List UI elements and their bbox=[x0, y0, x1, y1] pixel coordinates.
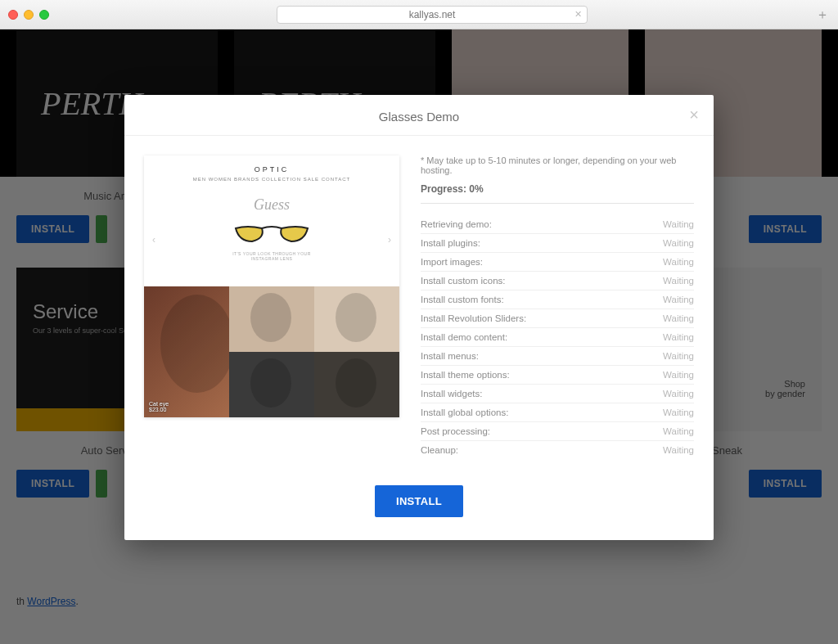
step-status: Waiting bbox=[663, 238, 694, 248]
step-label: Install plugins: bbox=[421, 238, 480, 248]
step-status: Waiting bbox=[663, 295, 694, 304]
preview-tile bbox=[314, 286, 399, 352]
step-label: Post processing: bbox=[421, 426, 490, 436]
step-label: Install Revolution Sliders: bbox=[421, 313, 526, 323]
step-status: Waiting bbox=[663, 351, 694, 361]
step-status: Waiting bbox=[663, 408, 694, 417]
step-status: Waiting bbox=[663, 313, 694, 323]
install-step-row: Install theme options:Waiting bbox=[421, 366, 694, 385]
install-step-row: Cleanup:Waiting bbox=[421, 441, 694, 459]
demo-preview: OPTIC MEN WOMEN BRANDS COLLECTION SALE C… bbox=[144, 155, 399, 417]
step-label: Install demo content: bbox=[421, 332, 507, 342]
step-label: Cleanup: bbox=[421, 445, 458, 455]
preview-tile: Cat eye$23.00 bbox=[144, 286, 229, 417]
install-step-row: Post processing:Waiting bbox=[421, 422, 694, 441]
install-step-row: Install demo content:Waiting bbox=[421, 328, 694, 347]
install-button[interactable]: INSTALL bbox=[375, 485, 463, 517]
install-step-row: Install global options:Waiting bbox=[421, 403, 694, 422]
step-status: Waiting bbox=[663, 389, 694, 399]
install-step-row: Install menus:Waiting bbox=[421, 347, 694, 366]
preview-nav: MEN WOMEN BRANDS COLLECTION SALE CONTACT bbox=[193, 177, 351, 182]
modal-header: Glasses Demo × bbox=[124, 95, 714, 136]
install-note: * May take up to 5-10 minutes or longer,… bbox=[421, 155, 694, 175]
install-demo-modal: Glasses Demo × OPTIC MEN WOMEN BRANDS CO… bbox=[124, 95, 714, 540]
step-label: Install widgets: bbox=[421, 389, 482, 399]
step-status: Waiting bbox=[663, 426, 694, 436]
step-label: Import images: bbox=[421, 257, 483, 267]
install-step-row: Import images:Waiting bbox=[421, 253, 694, 272]
close-icon[interactable]: × bbox=[686, 106, 702, 123]
window-controls bbox=[8, 10, 49, 20]
step-label: Install custom fonts: bbox=[421, 295, 504, 304]
next-arrow-icon: › bbox=[388, 234, 391, 245]
modal-body: OPTIC MEN WOMEN BRANDS COLLECTION SALE C… bbox=[124, 136, 714, 467]
install-steps-list: Retrieving demo:WaitingInstall plugins:W… bbox=[421, 215, 694, 459]
zoom-window-icon[interactable] bbox=[39, 10, 49, 20]
prev-arrow-icon: ‹ bbox=[152, 234, 155, 245]
step-status: Waiting bbox=[663, 445, 694, 455]
browser-toolbar: kallyas.net ✕ ＋ bbox=[0, 0, 838, 29]
glasses-icon bbox=[232, 220, 311, 246]
preview-logo: OPTIC bbox=[255, 165, 290, 173]
new-tab-icon[interactable]: ＋ bbox=[815, 7, 830, 22]
preview-hero: OPTIC MEN WOMEN BRANDS COLLECTION SALE C… bbox=[144, 155, 399, 286]
page-content: PERTH PERTH Music Artist INSTALL INSTALL… bbox=[0, 29, 838, 644]
preview-headline: Guess bbox=[254, 196, 290, 214]
install-step-row: Install plugins:Waiting bbox=[421, 234, 694, 253]
step-status: Waiting bbox=[663, 219, 694, 229]
address-bar[interactable]: kallyas.net ✕ bbox=[277, 6, 588, 24]
preview-tile bbox=[229, 352, 314, 417]
install-step-row: Install Revolution Sliders:Waiting bbox=[421, 309, 694, 328]
install-step-row: Install widgets:Waiting bbox=[421, 385, 694, 403]
step-label: Install theme options: bbox=[421, 370, 510, 380]
address-text: kallyas.net bbox=[409, 9, 456, 20]
modal-footer: INSTALL bbox=[124, 467, 714, 540]
preview-tile bbox=[314, 352, 399, 417]
progress-label: Progress: 0% bbox=[421, 183, 694, 204]
step-status: Waiting bbox=[663, 276, 694, 286]
stop-reload-icon[interactable]: ✕ bbox=[574, 9, 582, 20]
progress-panel: * May take up to 5-10 minutes or longer,… bbox=[421, 155, 694, 459]
install-step-row: Install custom fonts:Waiting bbox=[421, 290, 694, 309]
preview-grid: Cat eye$23.00 bbox=[144, 286, 399, 417]
minimize-window-icon[interactable] bbox=[24, 10, 34, 20]
install-step-row: Retrieving demo:Waiting bbox=[421, 215, 694, 234]
step-status: Waiting bbox=[663, 332, 694, 342]
modal-overlay: Glasses Demo × OPTIC MEN WOMEN BRANDS CO… bbox=[0, 29, 838, 644]
step-status: Waiting bbox=[663, 370, 694, 380]
preview-tagline: IT'S YOUR LOOK THROUGH YOUR INSTAGRAM LE… bbox=[232, 251, 311, 261]
install-step-row: Install custom icons:Waiting bbox=[421, 272, 694, 290]
step-label: Install global options: bbox=[421, 408, 508, 417]
close-window-icon[interactable] bbox=[8, 10, 18, 20]
step-label: Install custom icons: bbox=[421, 276, 506, 286]
step-status: Waiting bbox=[663, 257, 694, 267]
step-label: Retrieving demo: bbox=[421, 219, 492, 229]
modal-title: Glasses Demo bbox=[124, 110, 714, 124]
preview-tile bbox=[229, 286, 314, 352]
step-label: Install menus: bbox=[421, 351, 479, 361]
